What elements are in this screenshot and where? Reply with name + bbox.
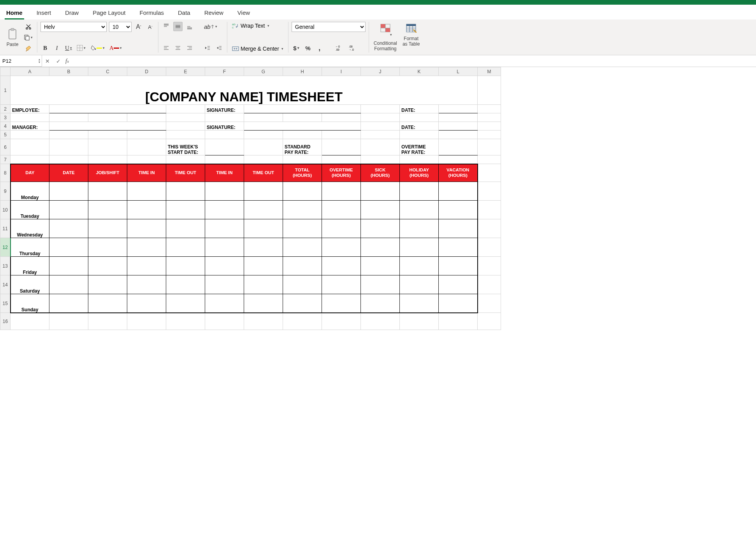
table-header-10[interactable]: HOLIDAY(HOURS) (400, 164, 439, 182)
cell-M1[interactable] (478, 76, 501, 105)
cell-r9-c8[interactable] (322, 182, 361, 201)
cell-r11-c1[interactable] (49, 219, 88, 238)
row-header-5[interactable]: 5 (0, 131, 11, 139)
cell-r5-10[interactable] (400, 131, 439, 139)
table-header-3[interactable]: TIME IN (127, 164, 166, 182)
row-header-6[interactable]: 6 (0, 139, 11, 155)
cell-r10-c10[interactable] (400, 201, 439, 219)
cell-M2[interactable] (478, 105, 501, 113)
cell-r14-c7[interactable] (283, 275, 322, 294)
table-header-8[interactable]: OVERTIME(HOURS) (322, 164, 361, 182)
tab-home[interactable]: Home (5, 8, 24, 19)
cell-r10-c1[interactable] (49, 201, 88, 219)
cell-r9-c11[interactable] (439, 182, 478, 201)
cell-r9-c7[interactable] (283, 182, 322, 201)
col-header-M[interactable]: M (478, 67, 501, 76)
cell-r3-11[interactable] (439, 113, 478, 122)
table-header-7[interactable]: TOTAL(HOURS) (283, 164, 322, 182)
cell-J2[interactable] (361, 105, 400, 113)
fx-icon[interactable]: fx (64, 58, 70, 64)
cell-r6-0[interactable] (11, 139, 49, 155)
cell-r15-c3[interactable] (127, 294, 166, 313)
row-header-11[interactable]: 11 (0, 219, 11, 238)
font-color-button[interactable]: A▾ (108, 43, 123, 53)
cell-M9[interactable] (478, 182, 501, 201)
cell-r13-c6[interactable] (244, 257, 283, 275)
cell-std-rate-value[interactable] (322, 139, 361, 155)
cell-r10-c3[interactable] (127, 201, 166, 219)
tab-insert[interactable]: Insert (35, 8, 53, 19)
cell-r10-c9[interactable] (361, 201, 400, 219)
cell-r14-c2[interactable] (88, 275, 127, 294)
table-header-5[interactable]: TIME IN (205, 164, 244, 182)
table-header-11[interactable]: VACATION(HOURS) (439, 164, 478, 182)
cell-r13-c7[interactable] (283, 257, 322, 275)
cell-manager-value[interactable] (49, 122, 166, 131)
cell-employee-value[interactable] (49, 105, 166, 113)
cell-signature-label-1[interactable]: SIGNATURE: (205, 105, 244, 113)
cell-employee-label[interactable]: EMPLOYEE: (11, 105, 49, 113)
cell-day-Monday[interactable]: Monday (11, 182, 49, 201)
cell-r14-c10[interactable] (400, 275, 439, 294)
cell-r12-c9[interactable] (361, 238, 400, 257)
tab-formulas[interactable]: Formulas (138, 8, 165, 19)
wrap-text-button[interactable]: abc Wrap Text▾ (230, 22, 285, 30)
cell-J4[interactable] (361, 122, 400, 131)
font-size-select[interactable]: 10 (109, 22, 132, 32)
cell-r6-2[interactable] (88, 139, 127, 155)
cell-r11-c8[interactable] (322, 219, 361, 238)
cell-r16-2[interactable] (88, 313, 127, 330)
cell-r10-c7[interactable] (283, 201, 322, 219)
col-header-C[interactable]: C (88, 67, 127, 76)
cell-ot-rate-label[interactable]: OVERTIMEPAY RATE: (400, 139, 439, 155)
align-bottom-icon[interactable] (185, 22, 194, 31)
col-header-G[interactable]: G (244, 67, 283, 76)
cell-r10-c11[interactable] (439, 201, 478, 219)
cell-M11[interactable] (478, 219, 501, 238)
cell-r11-c3[interactable] (127, 219, 166, 238)
cell-r6-3[interactable] (127, 139, 166, 155)
cell-r11-c4[interactable] (166, 219, 205, 238)
col-header-E[interactable]: E (166, 67, 205, 76)
cell-r5-0[interactable] (11, 131, 49, 139)
cell-r14-c5[interactable] (205, 275, 244, 294)
cell-r3-8[interactable] (322, 113, 361, 122)
cell-r16-0[interactable] (11, 313, 49, 330)
name-box[interactable]: P12 ▴▾ (0, 55, 42, 67)
cell-r14-c4[interactable] (166, 275, 205, 294)
cell-day-Thursday[interactable]: Thursday (11, 238, 49, 257)
cell-r5-1[interactable] (49, 131, 88, 139)
cell-title[interactable]: [COMPANY NAME] TIMESHEET (11, 76, 478, 105)
cell-r9-c4[interactable] (166, 182, 205, 201)
cell-signature-value-2[interactable] (244, 122, 361, 131)
align-top-icon[interactable] (162, 22, 171, 31)
cell-r10-c4[interactable] (166, 201, 205, 219)
formula-input[interactable] (70, 55, 756, 67)
row-header-2[interactable]: 2 (0, 105, 11, 113)
cell-r9-c1[interactable] (49, 182, 88, 201)
cell-r5-7[interactable] (283, 131, 322, 139)
cell-M4[interactable] (478, 122, 501, 131)
row-header-9[interactable]: 9 (0, 182, 11, 201)
cell-M10[interactable] (478, 201, 501, 219)
font-name-select[interactable]: Helv (40, 22, 107, 32)
cell-r13-c3[interactable] (127, 257, 166, 275)
align-right-icon[interactable] (185, 43, 194, 53)
cell-r9-c10[interactable] (400, 182, 439, 201)
cell-r14-c11[interactable] (439, 275, 478, 294)
fill-color-button[interactable]: ▾ (89, 43, 106, 53)
cell-r15-c1[interactable] (49, 294, 88, 313)
cell-r15-c7[interactable] (283, 294, 322, 313)
cell-r7-4[interactable] (166, 155, 205, 164)
cell-r16-11[interactable] (439, 313, 478, 330)
cell-r15-c11[interactable] (439, 294, 478, 313)
cell-r15-c2[interactable] (88, 294, 127, 313)
cell-r16-10[interactable] (400, 313, 439, 330)
row-header-14[interactable]: 14 (0, 275, 11, 294)
cell-r11-c6[interactable] (244, 219, 283, 238)
borders-button[interactable]: ▾ (76, 43, 87, 53)
col-header-H[interactable]: H (283, 67, 322, 76)
cell-r15-c6[interactable] (244, 294, 283, 313)
cell-r7-3[interactable] (127, 155, 166, 164)
cell-r12-c7[interactable] (283, 238, 322, 257)
